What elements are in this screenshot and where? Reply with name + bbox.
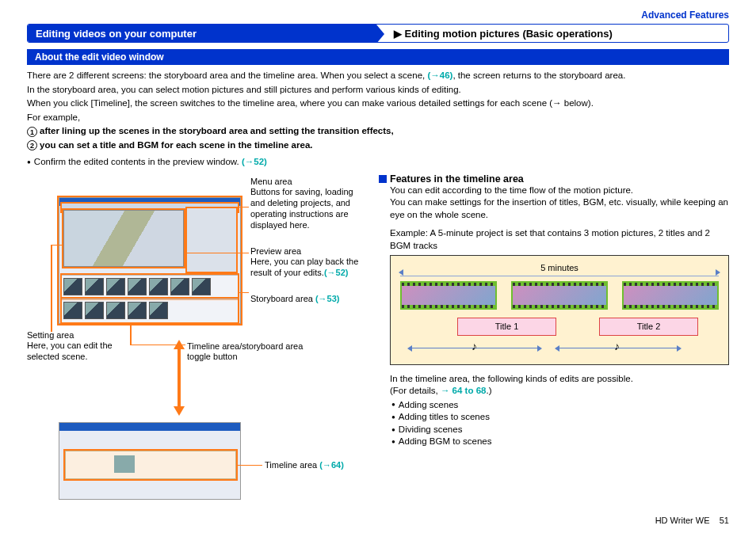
timeline-diagram: 5 minutes Title 1 Title 2 ♪ ♪ <box>390 255 729 365</box>
chapter-title-right: ▶ Editing motion pictures (Basic operati… <box>376 25 728 42</box>
title-box-1: Title 1 <box>457 318 556 336</box>
list-item: Adding scenes <box>391 399 729 412</box>
intro-p3: When you click [Timeline], the screen sw… <box>27 97 729 110</box>
leader-timeline <box>237 465 262 466</box>
storyboard-row-1 <box>62 275 238 299</box>
menu-title: Menu area <box>250 177 369 188</box>
page-footer: HD Writer WE 51 <box>655 516 729 525</box>
step-2-text: you can set a title and BGM for each sce… <box>40 140 312 150</box>
storyboard-title: Storyboard area <box>250 294 315 303</box>
square-bullet-icon <box>379 175 387 183</box>
list-item: Adding titles to scenes <box>391 411 729 424</box>
chapter-bar: Editing videos on your computer ▶ Editin… <box>27 24 729 43</box>
title-box-2: Title 2 <box>599 318 698 336</box>
post-p2b: .) <box>486 386 491 395</box>
example-line: Example: A 5-minute project is set that … <box>390 227 729 252</box>
timeline-title: Timeline area <box>265 460 319 470</box>
link-52b[interactable]: (→52) <box>324 268 349 277</box>
timeline-area-callout <box>65 451 236 479</box>
features-column: Features in the timeline area You can ed… <box>379 173 729 506</box>
setting-desc: Here, you can edit the selected scene. <box>27 341 113 361</box>
label-toggle: Timeline area/storyboard area toggle but… <box>187 341 322 364</box>
features-heading-text: Features in the timeline area <box>390 173 524 185</box>
leader-setting-h <box>51 245 62 246</box>
page-number: 51 <box>720 516 729 525</box>
timeline-clip <box>114 455 135 473</box>
list-item: Adding BGM to scenes <box>391 436 729 448</box>
preview-title: Preview area <box>250 246 369 257</box>
step-1-text: after lining up the scenes in the storyb… <box>40 126 394 135</box>
label-menu: Menu area Buttons for saving, loading an… <box>250 177 369 231</box>
setting-title: Setting area <box>27 330 114 341</box>
intro-p4: For example, <box>27 112 729 124</box>
section-heading: About the edit video window <box>27 49 729 65</box>
setting-area-callout <box>187 208 236 272</box>
list-item: Dividing scenes <box>391 424 729 436</box>
leader-toggle-v <box>130 324 132 345</box>
intro-text: There are 2 different screens: the story… <box>27 70 729 169</box>
link-64-68[interactable]: → 64 to 68 <box>441 386 487 395</box>
step-2-marker: 2 <box>27 140 37 150</box>
label-timeline: Timeline area (→64) <box>265 460 384 471</box>
intro-p1a: There are 2 different screens: the story… <box>27 70 427 80</box>
product-name: HD Writer WE <box>655 516 710 525</box>
toggle-arrow <box>174 340 185 416</box>
post-text: In the timeline area, the following kind… <box>390 373 729 448</box>
intro-p1b: , the screen returns to the storyboard a… <box>452 70 625 80</box>
label-setting: Setting area Here, you can edit the sele… <box>27 330 114 363</box>
diagram-area: Menu area Buttons for saving, loading an… <box>27 173 368 506</box>
features-p1: You can edit according to the time flow … <box>390 185 729 197</box>
film-clip-3 <box>622 281 719 310</box>
music-note-icon: ♪ <box>472 339 477 354</box>
link-46[interactable]: (→46) <box>427 70 452 80</box>
chapter-title-left: Editing videos on your computer <box>28 25 376 42</box>
features-p2: You can make settings for the insertion … <box>390 196 729 221</box>
leader-preview <box>184 253 249 254</box>
music-note-icon: ♪ <box>614 339 620 354</box>
duration-label: 5 minutes <box>400 262 719 276</box>
confirm-text: Confirm the edited contents in the previ… <box>34 157 242 166</box>
link-53[interactable]: (→53) <box>315 294 340 303</box>
edits-list: Adding scenes Adding titles to scenes Di… <box>390 399 729 448</box>
preview-area-callout <box>63 210 184 267</box>
post-p1: In the timeline area, the following kind… <box>390 373 729 386</box>
step-1-marker: 1 <box>27 127 37 137</box>
example-text: A 5-minute project is set that contains … <box>390 228 710 250</box>
label-storyboard: Storyboard area (→53) <box>250 294 377 305</box>
link-64[interactable]: (→64) <box>319 460 344 470</box>
film-clip-1 <box>400 281 497 310</box>
post-p2a: (For details, <box>390 386 441 395</box>
leader-setting-v <box>51 245 52 332</box>
film-clip-2 <box>511 281 608 310</box>
advanced-features-link[interactable]: Advanced Features <box>27 10 729 21</box>
leader-story <box>238 292 249 294</box>
menu-desc: Buttons for saving, loading and deleting… <box>250 187 353 229</box>
link-52a[interactable]: (→52) <box>242 157 267 166</box>
label-preview: Preview area Here, you can play back the… <box>250 246 369 279</box>
example-label: Example: <box>390 228 428 238</box>
leader-menu <box>238 207 249 208</box>
intro-p2: In the storyboard area, you can select m… <box>27 84 729 97</box>
storyboard-row-2 <box>62 299 238 322</box>
features-heading: Features in the timeline area <box>379 173 729 185</box>
